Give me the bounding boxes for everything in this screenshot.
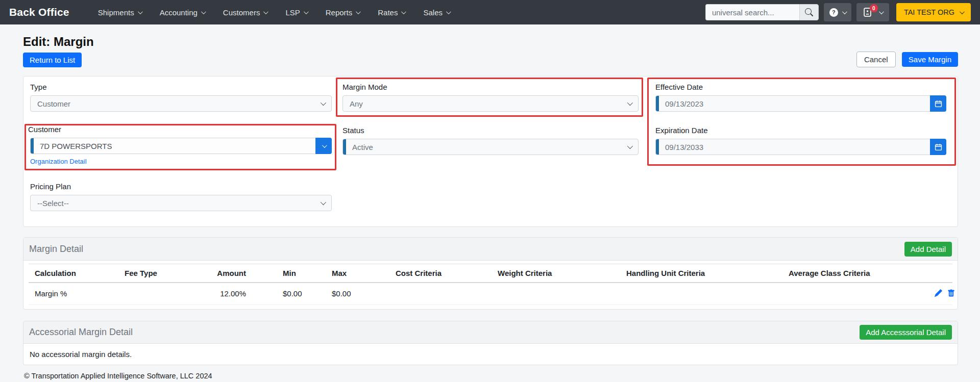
calendar-icon	[935, 143, 942, 151]
cell-max: $0.00	[326, 283, 389, 304]
margin-detail-title: Margin Detail	[29, 244, 83, 254]
search-button[interactable]	[799, 4, 819, 20]
save-margin-button[interactable]: Save Margin	[902, 52, 958, 67]
chevron-down-icon	[263, 9, 268, 14]
col-actions	[925, 264, 952, 283]
footer-copyright: © Transportation Applied Intelligence So…	[24, 372, 958, 380]
col-weight-criteria: Weight Criteria	[492, 264, 620, 283]
cell-fee-type	[118, 283, 208, 304]
menu-item-lsp[interactable]: LSP	[285, 8, 307, 17]
app-brand[interactable]: Back Office	[9, 6, 69, 18]
col-average-class-criteria: Average Class Criteria	[782, 264, 925, 283]
cart-button[interactable]: 0	[856, 3, 889, 21]
type-label: Type	[30, 83, 332, 91]
pencil-icon	[935, 289, 942, 297]
col-max: Max	[326, 264, 389, 283]
add-detail-button[interactable]: Add Detail	[904, 242, 952, 257]
chevron-down-icon	[446, 9, 451, 14]
help-button[interactable]: ?	[824, 3, 851, 21]
col-handling-unit-criteria: Handling Unit Criteria	[620, 264, 782, 283]
col-amount: Amount	[208, 264, 277, 283]
search-input[interactable]	[705, 4, 799, 20]
customer-dropdown-button[interactable]	[315, 138, 332, 154]
field-group-type: Type Customer	[30, 83, 332, 112]
field-group-margin-mode: Margin Mode Any	[342, 83, 639, 112]
margin-mode-label: Margin Mode	[342, 83, 639, 91]
menu-item-reports[interactable]: Reports	[326, 8, 360, 17]
menu-item-shipments[interactable]: Shipments	[98, 8, 141, 17]
chevron-down-icon	[138, 9, 143, 14]
chevron-down-icon	[842, 9, 847, 14]
accessorial-detail-header: Accessorial Margin Detail Add Accesssori…	[23, 321, 958, 344]
table-header-row: Calculation Fee Type Amount Min Max Cost…	[29, 264, 952, 283]
customer-select[interactable]: 7D POWERSPORTS	[30, 138, 332, 154]
type-select[interactable]: Customer	[30, 95, 332, 112]
cell-handling-unit-criteria	[620, 283, 782, 304]
page-title: Edit: Margin	[23, 35, 94, 49]
organization-button[interactable]: TAI TEST ORG	[896, 3, 971, 21]
trash-icon	[947, 289, 955, 297]
margin-detail-table: Calculation Fee Type Amount Min Max Cost…	[29, 264, 952, 305]
margin-detail-card: Margin Detail Add Detail Calculation Fee…	[23, 237, 958, 310]
menu-item-accounting[interactable]: Accounting	[160, 8, 205, 17]
chevron-down-icon	[356, 9, 361, 14]
calendar-icon	[935, 100, 942, 108]
expiration-date-input[interactable]: 09/13/2033	[655, 139, 946, 155]
cell-calculation: Margin %	[29, 283, 118, 304]
organization-detail-link[interactable]: Organization Detail	[30, 158, 87, 165]
chevron-down-icon	[201, 9, 206, 14]
menu-item-rates[interactable]: Rates	[378, 8, 405, 17]
table-row: Margin % 12.00% $0.00 $0.00	[29, 283, 952, 304]
effective-date-calendar-button[interactable]	[930, 95, 946, 112]
pricing-plan-select[interactable]: --Select--	[30, 195, 332, 211]
field-group-pricing-plan: Pricing Plan --Select--	[30, 182, 332, 211]
chevron-down-icon	[321, 100, 326, 106]
search-icon	[805, 8, 813, 16]
effective-date-label: Effective Date	[655, 83, 946, 91]
edit-row-button[interactable]	[935, 289, 942, 298]
menu-item-customers[interactable]: Customers	[223, 8, 267, 17]
return-to-list-button[interactable]: Return to List	[23, 53, 82, 67]
status-label: Status	[342, 126, 639, 135]
chevron-down-icon	[627, 143, 633, 149]
chevron-down-icon	[322, 143, 327, 148]
help-icon: ?	[829, 8, 838, 17]
cell-average-class-criteria	[782, 283, 925, 304]
cell-weight-criteria	[492, 283, 620, 304]
cell-cost-criteria	[389, 283, 492, 304]
expiration-date-label: Expiration Date	[655, 126, 946, 135]
menu-item-sales[interactable]: Sales	[423, 8, 450, 17]
chevron-down-icon	[321, 199, 326, 205]
cell-actions	[925, 283, 952, 304]
accessorial-detail-card: Accessorial Margin Detail Add Accesssori…	[23, 321, 958, 365]
cell-amount: 12.00%	[208, 283, 277, 304]
chevron-down-icon	[401, 9, 406, 14]
cart-count-badge: 0	[870, 4, 878, 12]
pricing-plan-label: Pricing Plan	[30, 182, 332, 191]
field-group-effective-date: Effective Date 09/13/2023	[655, 83, 946, 112]
add-accessorial-detail-button[interactable]: Add Accesssorial Detail	[860, 325, 952, 340]
effective-date-input[interactable]: 09/13/2023	[655, 95, 946, 112]
cancel-button[interactable]: Cancel	[856, 52, 896, 67]
chevron-down-icon	[304, 9, 309, 14]
header-actions: Cancel Save Margin	[852, 52, 958, 67]
accessorial-detail-title: Accessorial Margin Detail	[29, 327, 133, 338]
field-group-expiration-date: Expiration Date 09/13/2033	[655, 126, 946, 155]
delete-row-button[interactable]	[947, 289, 955, 299]
chevron-down-icon	[879, 9, 884, 14]
status-select[interactable]: Active	[342, 139, 639, 155]
chevron-down-icon	[960, 9, 965, 14]
margin-form-card: Type Customer Margin Mode Any Effective …	[23, 76, 958, 227]
field-group-status: Status Active	[342, 126, 639, 155]
accessorial-empty-message: No accessorial margin details.	[23, 344, 958, 365]
navbar-right-cluster: ? 0 TAI TEST ORG	[705, 3, 971, 21]
col-cost-criteria: Cost Criteria	[389, 264, 492, 283]
margin-mode-select[interactable]: Any	[342, 95, 639, 112]
col-calculation: Calculation	[29, 264, 118, 283]
chevron-down-icon	[627, 100, 633, 106]
field-group-customer: Customer 7D POWERSPORTS Organization Det…	[30, 125, 332, 165]
col-min: Min	[277, 264, 326, 283]
cell-min: $0.00	[277, 283, 326, 304]
expiration-date-calendar-button[interactable]	[930, 139, 946, 155]
customer-label: Customer	[28, 125, 332, 134]
